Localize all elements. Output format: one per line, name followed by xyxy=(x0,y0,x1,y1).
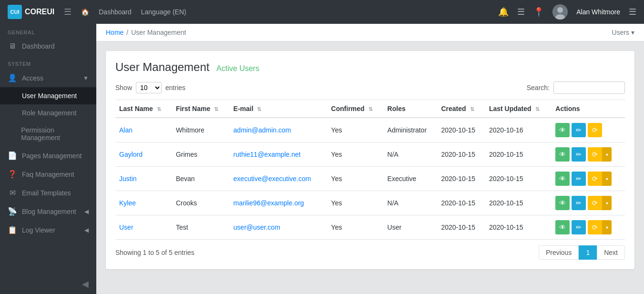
last-name-link[interactable]: Justin xyxy=(119,175,137,182)
cell-first-name: Crooks xyxy=(172,191,230,215)
table-body: Alan Whitmore admin@admin.com Yes Admini… xyxy=(115,118,625,240)
nav-right-section: 🔔 ☰ 📍 Alan Whitmore ☰ xyxy=(498,4,636,20)
sidebar-item-role-management[interactable]: Role Management xyxy=(0,104,96,122)
nav-hamburger-icon[interactable]: ☰ xyxy=(629,7,636,17)
refresh-button[interactable]: ⟳ xyxy=(588,220,602,234)
cell-created: 2020-10-15 xyxy=(437,142,485,167)
edit-button[interactable]: ✏ xyxy=(572,147,586,162)
refresh-button[interactable]: ⟳ xyxy=(588,147,602,162)
sidebar-label-permission-management: Permission Management xyxy=(21,126,89,142)
cell-actions: 👁 ✏⟳ xyxy=(552,118,625,142)
view-button[interactable]: 👁 xyxy=(555,196,570,210)
cell-last-updated: 2020-10-16 xyxy=(485,118,552,142)
page-subtitle: Active Users xyxy=(216,64,259,72)
edit-button[interactable]: ✏ xyxy=(572,196,586,210)
entries-label: entries xyxy=(165,84,185,91)
view-button[interactable]: 👁 xyxy=(555,123,570,137)
col-last-updated[interactable]: Last Updated ⇅ xyxy=(485,100,552,118)
email-link[interactable]: admin@admin.com xyxy=(234,126,291,134)
sidebar-item-pages-management[interactable]: 📄 Pages Management xyxy=(0,146,96,165)
next-button[interactable]: Next xyxy=(597,245,625,260)
data-table: Last Name ⇅ First Name ⇅ E-mail ⇅ Confir… xyxy=(115,100,625,240)
sidebar-collapse-button[interactable]: ◀ xyxy=(0,274,96,294)
email-sort-icon: ⇅ xyxy=(257,106,261,112)
faq-icon: ❓ xyxy=(8,170,17,179)
last-name-link[interactable]: Gaylord xyxy=(119,151,143,158)
sidebar-item-access[interactable]: 👤 Access ▼ xyxy=(0,69,96,87)
sidebar-item-permission-management[interactable]: Permission Management xyxy=(0,122,96,146)
location-icon[interactable]: 📍 xyxy=(533,7,544,17)
sidebar-item-email-templates[interactable]: ✉ Email Templates xyxy=(0,183,96,202)
col-email[interactable]: E-mail ⇅ xyxy=(230,100,327,118)
email-link[interactable]: ruthie11@example.net xyxy=(234,151,301,158)
col-created[interactable]: Created ⇅ xyxy=(437,100,485,118)
breadcrumb-separator: / xyxy=(126,29,128,36)
sidebar-item-faq-management[interactable]: ❓ Faq Management xyxy=(0,165,96,183)
page-1-button[interactable]: 1 xyxy=(579,245,597,260)
system-section-label: SYSTEM xyxy=(0,55,96,69)
log-arrow-icon: ◀ xyxy=(84,227,89,233)
cell-actions: 👁 ✏ ⟳ ▾ xyxy=(552,142,625,167)
refresh-button[interactable]: ⟳ xyxy=(588,172,602,186)
search-input[interactable] xyxy=(553,81,625,94)
col-last-name[interactable]: Last Name ⇅ xyxy=(115,100,172,118)
table-header: Last Name ⇅ First Name ⇅ E-mail ⇅ Confir… xyxy=(115,100,625,118)
cell-last-updated: 2020-10-15 xyxy=(485,215,552,240)
created-sort-icon: ⇅ xyxy=(470,106,474,112)
dropdown-toggle-button[interactable]: ▾ xyxy=(602,196,612,210)
email-link[interactable]: marilie96@example.org xyxy=(234,199,304,207)
refresh-button[interactable]: ⟳ xyxy=(588,196,602,210)
dropdown-toggle-button[interactable]: ▾ xyxy=(602,220,612,234)
dropdown-toggle-button[interactable]: ▾ xyxy=(602,172,612,186)
sidebar-label-email-templates: Email Templates xyxy=(22,189,71,197)
cell-last-name: Justin xyxy=(115,167,172,191)
cell-last-updated: 2020-10-15 xyxy=(485,142,552,167)
brand-logo[interactable]: CUI COREUI xyxy=(8,5,54,19)
email-link[interactable]: user@user.com xyxy=(234,223,280,231)
sidebar-label-pages-management: Pages Management xyxy=(22,152,82,160)
language-nav-link[interactable]: Language (EN) xyxy=(141,8,186,16)
last-name-link[interactable]: Alan xyxy=(119,126,133,134)
users-dropdown[interactable]: Users ▾ xyxy=(612,29,634,36)
sidebar-label-user-management: User Management xyxy=(22,92,77,100)
sidebar-item-dashboard[interactable]: 🖥 Dashboard xyxy=(0,37,96,55)
sidebar-item-blog-management[interactable]: 📡 Blog Management ◀ xyxy=(0,202,96,221)
show-label: Show xyxy=(115,84,132,91)
action-buttons: 👁 ✏ ⟳ ▾ xyxy=(555,172,621,186)
home-nav-icon[interactable]: 🏠 xyxy=(81,8,89,16)
cell-created: 2020-10-15 xyxy=(437,191,485,215)
edit-button[interactable]: ✏ xyxy=(572,123,586,137)
last-name-link[interactable]: User xyxy=(119,223,133,231)
breadcrumb-home-link[interactable]: Home xyxy=(106,29,123,36)
search-box: Search: xyxy=(527,81,625,94)
edit-button[interactable]: ✏ xyxy=(572,220,586,234)
bell-icon[interactable]: 🔔 xyxy=(498,7,509,17)
previous-button[interactable]: Previous xyxy=(539,245,579,260)
dropdown-toggle-button[interactable]: ▾ xyxy=(602,147,612,162)
view-button[interactable]: 👁 xyxy=(555,147,570,162)
first-name-sort-icon: ⇅ xyxy=(214,106,218,112)
sidebar-item-user-management[interactable]: User Management xyxy=(0,87,96,104)
sidebar-toggle-icon[interactable]: ☰ xyxy=(64,7,72,17)
dashboard-nav-link[interactable]: Dashboard xyxy=(99,8,132,16)
entries-select[interactable]: 10 25 50 100 xyxy=(136,82,162,93)
col-confirmed[interactable]: Confirmed ⇅ xyxy=(327,100,384,118)
table-row: Gaylord Grimes ruthie11@example.net Yes … xyxy=(115,142,625,167)
edit-button[interactable]: ✏ xyxy=(572,172,586,186)
cell-email: executive@executive.com xyxy=(230,167,327,191)
sidebar-label-blog-management: Blog Management xyxy=(22,208,76,215)
last-name-link[interactable]: Kylee xyxy=(119,199,136,207)
cell-actions: 👁 ✏ ⟳ ▾ xyxy=(552,191,625,215)
sidebar-item-log-viewer[interactable]: 📋 Log Viewer ◀ xyxy=(0,221,96,239)
blog-icon: 📡 xyxy=(8,207,17,216)
email-link[interactable]: executive@executive.com xyxy=(234,175,311,182)
refresh-button[interactable]: ⟳ xyxy=(588,123,602,137)
avatar[interactable] xyxy=(552,4,568,20)
col-first-name[interactable]: First Name ⇅ xyxy=(172,100,230,118)
cell-email: admin@admin.com xyxy=(230,118,327,142)
brand-name: COREUI xyxy=(25,8,54,16)
view-button[interactable]: 👁 xyxy=(555,172,570,186)
action-buttons: 👁 ✏⟳ xyxy=(555,123,621,137)
list-icon[interactable]: ☰ xyxy=(517,7,525,17)
view-button[interactable]: 👁 xyxy=(555,220,570,234)
